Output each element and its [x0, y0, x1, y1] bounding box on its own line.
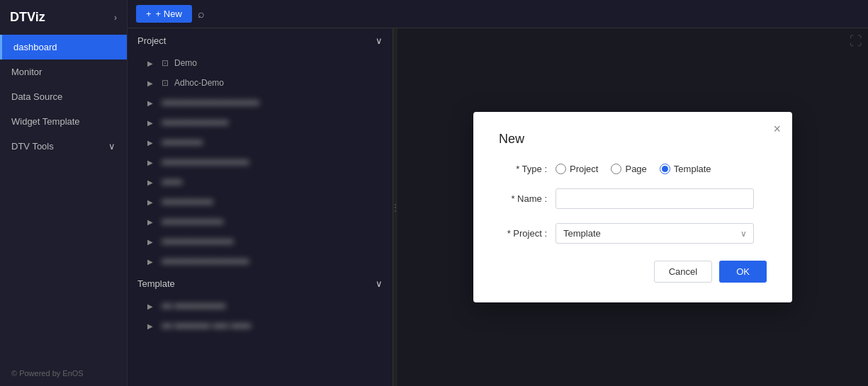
modal-overlay: New × * Type : Project Page: [398, 28, 868, 386]
folder-icon: ⊡: [162, 78, 169, 88]
chevron-down-icon: ∨: [376, 278, 383, 289]
type-label: * Type :: [499, 164, 556, 174]
app-title: DTViz: [10, 10, 45, 25]
project-select[interactable]: Template Demo Adhoc-Demo: [556, 223, 754, 244]
name-label: * Name :: [499, 193, 556, 204]
list-item[interactable]: ▶ ■■ ■■■■■■■ ■■■ ■■■■: [128, 316, 393, 336]
main-area: + + New ⌕ Project ∨ ▶ ⊡ Demo ▶ ⊡ A: [128, 0, 868, 386]
item-label-blurred: ■■■■■■■■■■■■: [162, 217, 223, 227]
expand-arrow-icon: ▶: [147, 159, 153, 166]
name-input[interactable]: [556, 188, 754, 209]
sidebar-item-dtv-tools[interactable]: DTV Tools ∨: [0, 134, 127, 159]
sidebar-item-widget-template[interactable]: Widget Template: [0, 109, 127, 134]
project-section-header[interactable]: Project ∨: [128, 28, 393, 53]
item-label-blurred: ■■■■■■■■■■■■■■■■■: [162, 157, 249, 167]
list-item[interactable]: ▶ ■■■■■■■■■■■■■: [128, 113, 393, 132]
type-template-option[interactable]: Template: [660, 164, 711, 174]
type-page-label: Page: [625, 164, 646, 174]
cancel-button[interactable]: Cancel: [654, 261, 712, 283]
item-label-blurred: ■■■■■■■■■■■■■: [162, 118, 228, 127]
expand-arrow-icon: ▶: [147, 238, 153, 246]
sidebar-item-dashboard[interactable]: dashboard: [0, 35, 127, 59]
list-item[interactable]: ▶ ■■■■: [128, 172, 393, 192]
modal-footer: Cancel OK: [499, 261, 767, 283]
expand-arrow-icon: ▶: [147, 218, 153, 226]
item-label-blurred: ■■■■: [162, 177, 182, 187]
sidebar-item-label: dashboard: [13, 42, 57, 52]
expand-arrow-icon: ▶: [147, 79, 153, 87]
type-page-option[interactable]: Page: [611, 164, 646, 174]
sidebar-collapse-icon[interactable]: ›: [114, 13, 117, 23]
item-label-blurred: ■■■■■■■■: [162, 137, 203, 147]
list-item[interactable]: ▶ ■■■■■■■■■■■■■■■■■■■: [128, 93, 393, 113]
content-area: ⛶ New × * Type : Project: [398, 28, 868, 386]
list-item[interactable]: ▶ ■■■■■■■■■■: [128, 192, 393, 212]
sidebar-item-label: Data Source: [11, 91, 62, 102]
search-icon: ⌕: [198, 8, 205, 20]
powered-by: © Powered by EnOS: [0, 361, 127, 386]
item-label-blurred: ■■■■■■■■■■■■■■: [162, 237, 233, 246]
name-form-row: * Name :: [499, 188, 767, 209]
expand-arrow-icon: ▶: [147, 119, 153, 127]
new-button-label: + New: [156, 8, 182, 19]
list-item[interactable]: ▶ ■■■■■■■■■■■■■■■■■: [128, 251, 393, 271]
list-item[interactable]: ▶ ■■ ■■■■■■■■■■: [128, 296, 393, 316]
sidebar-item-monitor[interactable]: Monitor: [0, 59, 127, 84]
item-label: Demo: [174, 58, 197, 68]
item-label-blurred: ■■ ■■■■■■■■■■: [162, 301, 225, 311]
topbar-left: + + New ⌕: [136, 5, 205, 23]
chevron-down-icon: ∨: [376, 35, 383, 46]
layout-row: Project ∨ ▶ ⊡ Demo ▶ ⊡ Adhoc-Demo ▶ ■■■■…: [128, 28, 868, 386]
new-button-plus-icon: +: [146, 8, 152, 19]
modal-close-button[interactable]: ×: [773, 122, 781, 137]
expand-arrow-icon: ▶: [147, 198, 153, 206]
expand-arrow-icon: ▶: [147, 139, 153, 147]
sidebar-item-label: Widget Template: [11, 116, 80, 127]
folder-icon: ⊡: [162, 58, 169, 68]
new-dialog: New × * Type : Project Page: [473, 112, 792, 302]
type-template-radio[interactable]: [660, 164, 670, 174]
item-label-blurred: ■■■■■■■■■■■■■■■■■■■: [162, 98, 259, 108]
sidebar-item-label: DTV Tools: [11, 141, 54, 152]
item-label: Adhoc-Demo: [174, 78, 224, 88]
project-select-wrapper: Template Demo Adhoc-Demo: [556, 223, 754, 244]
new-button[interactable]: + + New: [136, 5, 192, 23]
sidebar-item-data-source[interactable]: Data Source: [0, 84, 127, 109]
item-label-blurred: ■■■■■■■■■■■■■■■■■: [162, 256, 249, 266]
template-section-header[interactable]: Template ∨: [128, 271, 393, 296]
expand-arrow-icon: ▶: [147, 59, 153, 67]
sidebar-item-label: Monitor: [11, 67, 42, 77]
expand-arrow-icon: ▶: [147, 178, 153, 186]
project-section-label: Project: [137, 35, 166, 46]
chevron-down-icon: ∨: [108, 141, 115, 152]
type-form-row: * Type : Project Page: [499, 164, 767, 174]
app-logo: DTViz ›: [0, 0, 127, 35]
project-label: * Project :: [499, 228, 556, 239]
list-item[interactable]: ▶ ■■■■■■■■: [128, 132, 393, 152]
sidebar: DTViz › dashboard Monitor Data Source Wi…: [0, 0, 128, 386]
template-section-label: Template: [137, 278, 175, 289]
expand-arrow-icon: ▶: [147, 99, 153, 107]
type-template-label: Template: [674, 164, 711, 174]
type-project-label: Project: [570, 164, 598, 174]
list-item[interactable]: ▶ ■■■■■■■■■■■■■■: [128, 232, 393, 251]
list-item[interactable]: ▶ ⊡ Adhoc-Demo: [128, 73, 393, 93]
item-label-blurred: ■■■■■■■■■■: [162, 197, 213, 207]
type-radio-group: Project Page Template: [556, 164, 711, 174]
list-item[interactable]: ▶ ⊡ Demo: [128, 53, 393, 73]
topbar: + + New ⌕: [128, 0, 868, 28]
search-button[interactable]: ⌕: [198, 8, 205, 21]
item-label-blurred: ■■ ■■■■■■■ ■■■ ■■■■: [162, 321, 251, 331]
expand-arrow-icon: ▶: [147, 322, 153, 330]
type-project-option[interactable]: Project: [556, 164, 598, 174]
project-panel: Project ∨ ▶ ⊡ Demo ▶ ⊡ Adhoc-Demo ▶ ■■■■…: [128, 28, 393, 386]
project-form-row: * Project : Template Demo Adhoc-Demo: [499, 223, 767, 244]
ok-button[interactable]: OK: [719, 261, 767, 283]
type-page-radio[interactable]: [611, 164, 621, 174]
list-item[interactable]: ▶ ■■■■■■■■■■■■■■■■■: [128, 152, 393, 172]
modal-title: New: [499, 132, 767, 147]
expand-arrow-icon: ▶: [147, 258, 153, 266]
expand-arrow-icon: ▶: [147, 302, 153, 310]
type-project-radio[interactable]: [556, 164, 566, 174]
list-item[interactable]: ▶ ■■■■■■■■■■■■: [128, 212, 393, 232]
